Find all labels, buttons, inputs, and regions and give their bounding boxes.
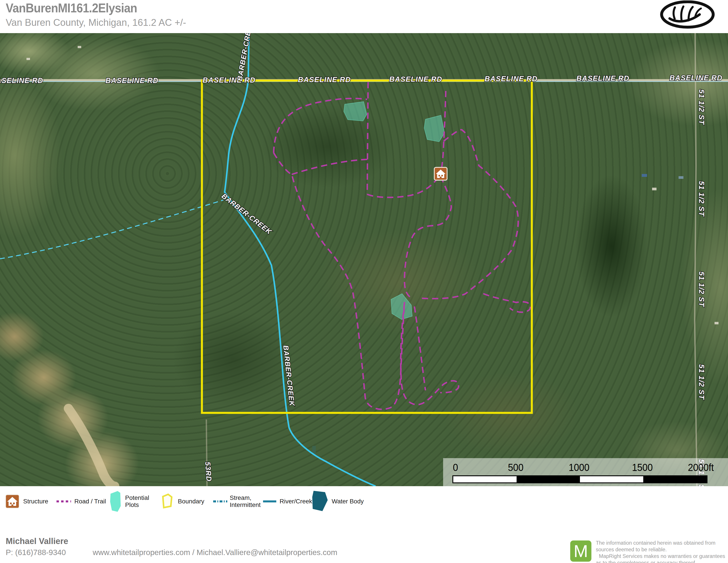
legend-label-road-trail: Road / Trail	[74, 486, 106, 517]
road-label-baseline: BASELINE RD	[670, 74, 722, 82]
legend-label-stream-intermittent: Stream, Intermittent	[230, 486, 263, 517]
creek-label-lower: BARBER-CREEK	[282, 345, 296, 407]
road-label-baseline: BASELINE RD	[0, 76, 43, 85]
road-label-baseline: BASELINE RD	[576, 74, 629, 82]
map-canvas[interactable]: BASELINE RD BASELINE RD BASELINE RD BASE…	[0, 33, 728, 486]
water-body-legend-icon	[312, 490, 329, 512]
disclaimer-line: MapRight Services makes no warranties or…	[596, 553, 728, 559]
scale-tick: 2000ft	[688, 461, 714, 473]
boundary-legend-icon	[161, 493, 173, 509]
disclaimer-text: The information contained herein was obt…	[596, 540, 728, 563]
scale-bar-segments	[452, 475, 707, 483]
structure-legend-icon	[6, 495, 19, 508]
sandy-wash	[68, 409, 115, 486]
trail-path	[367, 174, 441, 197]
scale-tick: 500	[508, 461, 524, 473]
road-label-baseline: BASELINE RD	[485, 75, 538, 83]
disclaimer-line: The information contained herein was obt…	[596, 540, 728, 546]
trail-path	[367, 82, 368, 194]
agent-phone: P: (616)788-9340	[6, 548, 66, 557]
page-title: VanBurenMI161.2Elysian	[6, 0, 137, 15]
trail-path	[401, 303, 459, 405]
structure-marker[interactable]	[434, 167, 447, 180]
legend-label-structure: Structure	[23, 486, 48, 517]
street-51-road-line	[695, 33, 697, 486]
trail-path	[414, 307, 425, 390]
mapright-logo-letter: M	[574, 541, 588, 561]
scale-tick: 1500	[632, 461, 653, 473]
agent-name: Michael Valliere	[6, 537, 68, 546]
header: VanBurenMI161.2Elysian Van Buren County,…	[0, 0, 728, 33]
road-label-51-half-st: 51 1/2 ST	[698, 364, 706, 400]
disclaimer-line: as to the completeness or accuracy there…	[596, 559, 728, 563]
river-creek-legend-icon	[263, 499, 277, 504]
road-label-51-half-st: 51 1/2 ST	[698, 271, 706, 308]
mapright-logo: M	[570, 540, 591, 562]
scale-tick: 1000	[569, 461, 589, 473]
road-trail-legend-icon	[56, 499, 71, 504]
imagery-buildings	[26, 46, 719, 454]
scale-tick: 0	[453, 461, 458, 473]
trail-path	[419, 130, 518, 299]
legend: Structure Road / Trail Potential Plots B…	[0, 486, 728, 517]
road-label-baseline: BASELINE RD	[389, 75, 442, 83]
potential-plot-polygons	[344, 102, 444, 320]
scale-bar: 0 500 1000 1500 2000ft	[443, 458, 728, 486]
property-boundary	[202, 81, 532, 413]
road-label-baseline: BASELINE RD	[203, 76, 256, 84]
trail-path	[292, 159, 367, 174]
page-subtitle: Van Buren County, Michigan, 161.2 AC +/-	[6, 17, 186, 28]
trail-path	[274, 153, 404, 409]
trail-path	[483, 294, 530, 312]
footer: Michael Valliere P: (616)788-9340 www.wh…	[0, 517, 728, 563]
disclaimer-line: sources deemed to be reliable.	[596, 546, 728, 553]
creek-label-top: BARBER-CRE	[235, 33, 252, 81]
road-label-51-half-st: 51 1/2 ST	[698, 89, 706, 125]
legend-label-boundary: Boundary	[178, 486, 204, 517]
road-label-53rd: 53RD	[204, 461, 213, 482]
intermittent-stream-line	[0, 200, 223, 259]
stream-intermittent-legend-icon	[213, 499, 228, 504]
legend-label-potential-plots: Potential Plots	[125, 486, 152, 517]
road-label-baseline: BASELINE RD	[105, 76, 158, 85]
whitetail-properties-antler-logo	[660, 0, 715, 29]
potential-plots-legend-icon	[109, 491, 122, 512]
road-label-51-half-st: 51 1/2 ST	[698, 181, 706, 217]
agent-website-email: www.whitetailproperties.com / Michael.Va…	[93, 548, 337, 557]
legend-label-river-creek: River/Creek	[280, 486, 312, 517]
road-label-baseline: BASELINE RD	[298, 75, 351, 84]
river-creek-line	[225, 33, 376, 486]
creek-label-mid: BARBER-CREEK	[220, 192, 274, 236]
property-map-page: VanBurenMI161.2Elysian Van Buren County,…	[0, 0, 728, 563]
legend-label-water-body: Water Body	[332, 486, 364, 517]
trail-network	[274, 82, 530, 409]
